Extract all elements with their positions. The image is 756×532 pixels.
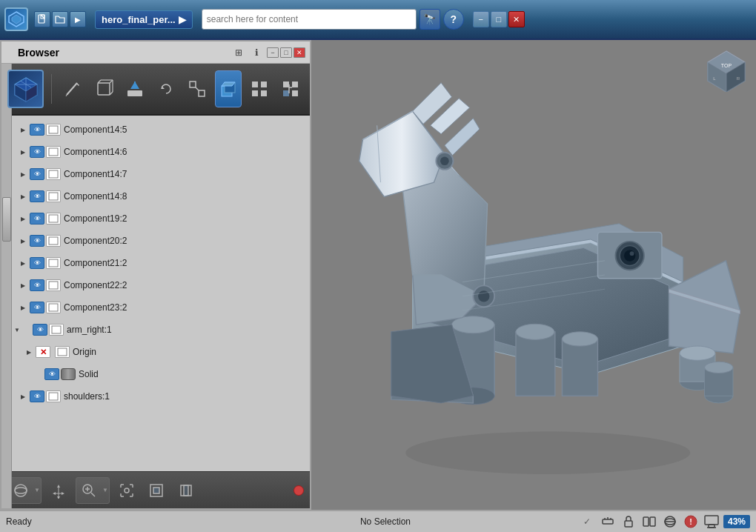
pencil-tool-btn[interactable] (59, 70, 86, 107)
visibility-icon[interactable]: 👁 (30, 124, 44, 136)
box-tool-btn[interactable] (90, 70, 117, 107)
zoom-display: 43% (723, 515, 750, 528)
forward-btn[interactable]: ▶ (70, 11, 86, 27)
search-box[interactable] (202, 9, 417, 30)
error-status-icon[interactable]: ! (682, 513, 700, 531)
expand-arrow[interactable]: ▼ (12, 325, 22, 335)
svg-marker-13 (76, 83, 79, 86)
item-label: Component22:2 (64, 280, 127, 290)
collapse-indicator[interactable] (294, 485, 304, 496)
filename-text: hero_final_per... (102, 14, 176, 25)
svg-rect-51 (52, 326, 61, 333)
tree-item-shoulders[interactable]: ▶ 👁 shoulders:1 (12, 385, 310, 408)
solid-box-btn[interactable] (215, 70, 242, 107)
tree-item-component22-2[interactable]: ▶ 👁 Component22:2 (12, 274, 310, 296)
viewport-cube[interactable]: TOP L R (704, 47, 749, 92)
visibility-icon[interactable]: 👁 (33, 324, 47, 336)
calc-icon[interactable]: ⊞ (231, 45, 246, 60)
panels-icon[interactable] (640, 513, 658, 531)
expand-arrow[interactable]: ▶ (18, 213, 28, 224)
lock-icon[interactable] (620, 513, 637, 531)
expand-arrow[interactable]: ▶ (18, 147, 28, 157)
expand-arrow[interactable]: ▶ (18, 391, 28, 402)
minimize-button[interactable]: − (473, 11, 489, 27)
tree-item-component14-5[interactable]: ▶ 👁 Component14:5 (12, 119, 310, 141)
maximize-button[interactable]: □ (491, 11, 507, 27)
display-icon[interactable] (703, 513, 720, 531)
close-button[interactable]: ✕ (508, 11, 525, 27)
visibility-icon[interactable]: 👁 (30, 390, 44, 402)
visibility-icon[interactable]: 👁 (30, 146, 44, 158)
help-button[interactable]: ? (443, 9, 464, 30)
3d-viewport[interactable]: TOP L R (311, 40, 756, 510)
svg-line-28 (196, 87, 199, 90)
scrollbar-thumb[interactable] (2, 197, 11, 242)
fit-btn[interactable] (114, 478, 139, 503)
tree-item-component14-7[interactable]: ▶ 👁 Component14:7 (12, 163, 310, 185)
orbit-dropdown[interactable]: ▼ (33, 478, 41, 503)
expand-arrow[interactable]: ▶ (18, 169, 28, 179)
visibility-icon[interactable]: 👁 (30, 190, 44, 202)
orbit-btn[interactable] (8, 478, 33, 503)
expand-arrow[interactable]: ▶ (24, 347, 34, 357)
orbit-btn-group[interactable]: ▼ (7, 477, 42, 504)
tree-item-solid[interactable]: 👁 Solid (12, 363, 310, 385)
expand-arrow[interactable]: ▶ (18, 258, 28, 268)
panel-close-btn[interactable]: ✕ (294, 47, 305, 58)
svg-rect-42 (49, 126, 58, 133)
panel-scrollbar[interactable] (1, 64, 12, 508)
measure-icon[interactable] (599, 513, 617, 531)
svg-rect-39 (292, 90, 298, 96)
tree-item-component21-2[interactable]: ▶ 👁 Component21:2 (12, 252, 310, 274)
open-btn[interactable] (52, 11, 68, 27)
accept-icon[interactable]: ✓ (578, 513, 596, 531)
panel-minimize-btn[interactable]: − (267, 47, 279, 58)
component-icon (46, 257, 61, 269)
search-button[interactable]: 🔭 (420, 9, 440, 30)
tree-item-component20-2[interactable]: ▶ 👁 Component20:2 (12, 230, 310, 252)
visibility-icon[interactable]: 👁 (30, 257, 44, 269)
svg-rect-37 (292, 82, 298, 87)
tree-item-component14-6[interactable]: ▶ 👁 Component14:6 (12, 141, 310, 163)
components-btn[interactable] (277, 70, 304, 107)
search-input[interactable] (207, 14, 411, 24)
tree-item-arm-right[interactable]: ▼ 👁 arm_right:1 (12, 319, 310, 341)
visibility-icon[interactable]: 👁 (30, 302, 44, 313)
pan-btn[interactable] (46, 478, 71, 503)
scale-btn[interactable] (184, 70, 210, 107)
expand-arrow[interactable]: ▶ (18, 191, 28, 202)
zoom-dropdown[interactable]: ▼ (102, 478, 109, 503)
visibility-icon[interactable]: 👁 (44, 368, 59, 380)
panel-maximize-btn[interactable]: □ (280, 47, 292, 58)
component-icon (46, 124, 61, 136)
push-pull-btn[interactable] (122, 70, 148, 107)
visibility-icon[interactable]: 👁 (30, 168, 44, 180)
expand-arrow[interactable]: ▶ (18, 124, 28, 135)
panel-win-controls: − □ ✕ (267, 47, 305, 58)
grid-btn[interactable] (246, 70, 273, 107)
tree-item-component19-2[interactable]: ▶ 👁 Component19:2 (12, 207, 310, 230)
visibility-icon[interactable]: 👁 (30, 235, 44, 247)
expand-arrow[interactable]: ▶ (18, 302, 28, 313)
tree-item-component23-2[interactable]: ▶ 👁 Component23:2 (12, 296, 310, 319)
browser-title: Browser (18, 47, 228, 59)
section-btn[interactable] (144, 478, 169, 503)
zoom-btn[interactable] (76, 478, 102, 503)
expand-arrow[interactable]: ▶ (18, 236, 28, 246)
tree-item-origin[interactable]: ▶ ✕ Origin (12, 341, 310, 363)
svg-point-81 (624, 250, 635, 261)
info-icon[interactable]: ℹ (249, 45, 264, 60)
expand-arrow[interactable]: ▶ (18, 280, 28, 290)
tree-item-component14-8[interactable]: ▶ 👁 Component14:8 (12, 185, 310, 207)
rotate-btn[interactable] (153, 70, 179, 107)
component-tree[interactable]: ▶ 👁 Component14:5 ▶ 👁 Component14:6 ▶ 👁 … (1, 116, 310, 471)
cut-btn[interactable] (173, 478, 199, 503)
zoom-btn-group[interactable]: ▼ (76, 477, 110, 504)
item-label: Component20:2 (64, 236, 127, 246)
filename-arrow[interactable]: ▶ (179, 14, 186, 25)
globe-icon[interactable] (661, 513, 679, 531)
visibility-icon[interactable]: 👁 (30, 213, 44, 225)
svg-rect-47 (49, 237, 58, 245)
new-btn[interactable] (34, 11, 50, 27)
visibility-icon[interactable]: 👁 (30, 279, 44, 291)
